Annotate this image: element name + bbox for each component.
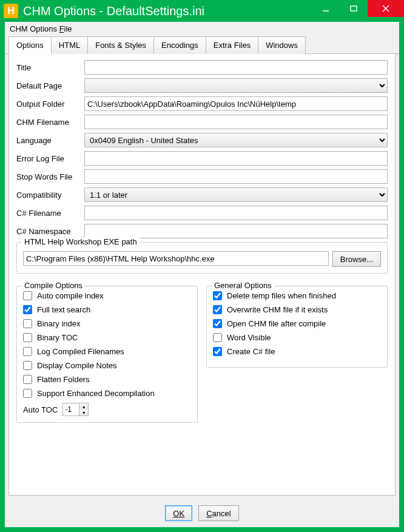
chm-filename-label: CHM Filename <box>16 118 84 127</box>
tabstrip: Options HTML Fonts & Styles Encodings Ex… <box>5 36 399 54</box>
tab-fonts-styles[interactable]: Fonts & Styles <box>87 36 154 54</box>
checkbox-label: Binary TOC <box>37 333 78 342</box>
menu-chm-options-file[interactable]: CHM Options File <box>10 24 72 33</box>
checkbox-label: Log Compiled Filenames <box>37 347 124 356</box>
tab-extra-files[interactable]: Extra Files <box>206 36 258 54</box>
maximize-button[interactable] <box>340 0 368 17</box>
checkbox-label: Auto compile index <box>37 291 104 300</box>
workshop-path-input[interactable] <box>23 251 329 266</box>
title-label: Title <box>16 63 84 72</box>
checkbox-label: Full text search <box>37 305 90 314</box>
checkbox-label: Word Visible <box>227 333 271 342</box>
compatibility-select[interactable]: 1.1 or later <box>84 187 388 202</box>
log-compiled-filenames-checkbox[interactable] <box>23 347 32 356</box>
auto-toc-spinner[interactable]: ▲▼ <box>62 403 89 416</box>
browse-button[interactable]: Browse... <box>332 251 381 267</box>
tab-windows[interactable]: Windows <box>258 36 306 54</box>
options-panel: Title Default Page Output Folder CHM Fil… <box>8 54 396 496</box>
delete-temp-files-checkbox[interactable] <box>213 291 222 300</box>
svg-rect-1 <box>351 6 357 11</box>
stop-words-label: Stop Words File <box>16 172 84 181</box>
cancel-button[interactable]: Cancel <box>198 505 238 521</box>
spin-up-icon[interactable]: ▲ <box>79 403 88 409</box>
checkbox-label: Create C# file <box>227 347 275 356</box>
workshop-groupbox: HTML Help Workshop EXE path Browse... <box>16 242 388 274</box>
cs-namespace-input[interactable] <box>84 224 388 238</box>
overwrite-chm-checkbox[interactable] <box>213 305 222 314</box>
compile-options-groupbox: Compile Options Auto compile index Full … <box>16 286 198 423</box>
footer: OK Cancel <box>5 499 399 527</box>
auto-toc-label: Auto TOC <box>23 405 58 414</box>
binary-index-checkbox[interactable] <box>23 319 32 328</box>
word-visible-checkbox[interactable] <box>213 333 222 342</box>
error-log-input[interactable] <box>84 151 388 166</box>
auto-compile-index-checkbox[interactable] <box>23 291 32 300</box>
checkbox-label: Support Enhanced Decompilation <box>37 389 155 398</box>
checkbox-label: Delete temp files when finished <box>227 291 336 300</box>
binary-toc-checkbox[interactable] <box>23 333 32 342</box>
output-folder-label: Output Folder <box>16 99 84 109</box>
spin-down-icon[interactable]: ▼ <box>79 409 88 416</box>
general-options-groupbox: General Options Delete temp files when f… <box>206 286 388 368</box>
display-compile-notes-checkbox[interactable] <box>23 361 32 370</box>
cs-filename-label: C# Filename <box>16 209 84 218</box>
compile-options-legend: Compile Options <box>22 281 85 290</box>
default-page-select[interactable] <box>84 78 388 93</box>
error-log-label: Error Log File <box>16 154 84 163</box>
ok-button[interactable]: OK <box>165 505 192 521</box>
close-button[interactable] <box>368 0 404 17</box>
open-chm-checkbox[interactable] <box>213 319 222 328</box>
general-options-legend: General Options <box>212 281 274 290</box>
menubar: CHM Options File <box>5 22 399 36</box>
tab-options[interactable]: Options <box>8 36 52 54</box>
cs-namespace-label: C# Namespace <box>16 227 84 236</box>
tab-encodings[interactable]: Encodings <box>153 36 206 54</box>
checkbox-label: Display Compile Notes <box>37 361 117 370</box>
checkbox-label: Overwrite CHM file if it exists <box>227 305 328 314</box>
window-controls <box>312 0 404 17</box>
checkbox-label: Binary index <box>37 319 81 328</box>
full-text-search-checkbox[interactable] <box>23 305 32 314</box>
stop-words-input[interactable] <box>84 169 388 184</box>
workshop-legend: HTML Help Workshop EXE path <box>22 237 140 246</box>
checkbox-label: Open CHM file after compile <box>227 319 326 328</box>
language-label: Language <box>16 136 84 145</box>
output-folder-input[interactable] <box>84 96 388 111</box>
language-select[interactable]: 0x0409 English - United States <box>84 133 388 147</box>
cs-filename-input[interactable] <box>84 206 388 220</box>
create-cs-file-checkbox[interactable] <box>213 347 222 356</box>
compatibility-label: Compatibility <box>16 190 84 200</box>
flatten-folders-checkbox[interactable] <box>23 375 32 384</box>
checkbox-label: Flatten Folders <box>37 375 90 384</box>
chm-filename-input[interactable] <box>84 115 388 129</box>
auto-toc-input[interactable] <box>63 403 79 416</box>
window-title: CHM Options - DefaultSettings.ini <box>23 4 312 18</box>
tab-html[interactable]: HTML <box>51 36 88 54</box>
title-input[interactable] <box>84 60 388 75</box>
default-page-label: Default Page <box>16 81 84 90</box>
app-icon: H <box>4 4 18 18</box>
titlebar: H CHM Options - DefaultSettings.ini <box>0 0 404 22</box>
minimize-button[interactable] <box>312 0 340 17</box>
support-enhanced-decompilation-checkbox[interactable] <box>23 389 32 398</box>
